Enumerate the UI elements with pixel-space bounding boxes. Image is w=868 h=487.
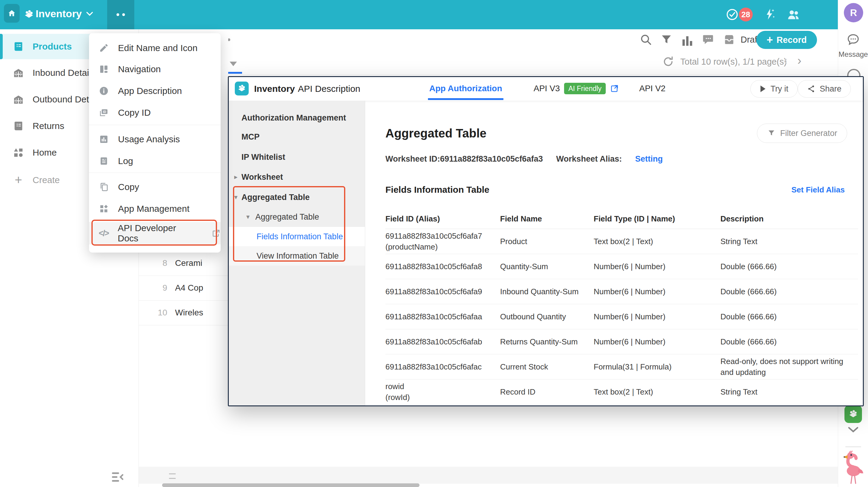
tab-api-v2[interactable]: API V2 (639, 77, 665, 100)
field-id: 6911a882f83a10c05cf6afaa (385, 311, 493, 322)
sidebar-item-label: Returns (33, 121, 64, 131)
app-title[interactable]: Inventory (36, 8, 93, 20)
info-icon (98, 86, 110, 96)
set-field-alias-link[interactable]: Set Field Alias (791, 185, 845, 195)
message-button[interactable]: Message (838, 33, 868, 59)
home-icon (7, 9, 16, 18)
task-check-icon[interactable] (725, 8, 739, 21)
view-tab-caret-icon[interactable] (230, 62, 237, 66)
rail-divider (845, 447, 861, 447)
field-description: String Text (720, 386, 858, 397)
horizontal-scrollbar[interactable] (162, 483, 420, 487)
menu-divider (89, 125, 221, 125)
summary-icon[interactable] (169, 474, 176, 479)
app-logo-icon (23, 8, 35, 21)
nav-aggregated-table[interactable]: ▾ Aggregated Table (229, 190, 365, 205)
copy-icon (98, 182, 110, 192)
nav-mcp[interactable]: MCP (229, 129, 365, 145)
nav-ip-whitelist[interactable]: IP Whitelist (229, 149, 365, 165)
funnel-icon (767, 129, 776, 138)
worksheet-alias-label: Worksheet Alias: (556, 154, 622, 164)
field-id: 6911a882f83a10c05cf6afac (385, 361, 493, 372)
table-row: 6911a882f83a10c05cf6afa8 Quantity-Sum Nu… (385, 254, 858, 279)
row-count-label: Total 10 row(s), 1/1 page(s) (680, 57, 787, 67)
prev-page-button[interactable]: ‹ (783, 54, 787, 66)
nav-fields-information-table[interactable]: Fields Information Table (229, 227, 365, 246)
collapse-sidebar-icon[interactable] (111, 471, 124, 483)
table-row: 6911a882f83a10c05cf6afa9 Inbound Quantit… (385, 279, 858, 304)
tree-expanded-icon: ▾ (234, 193, 238, 201)
field-id: 6911a882f83a10c05cf6afa9 (385, 286, 493, 297)
share-button[interactable]: Share (798, 80, 851, 97)
refresh-icon[interactable] (662, 56, 674, 68)
field-description: Double (666.66) (720, 261, 858, 272)
field-name: Record ID (500, 387, 594, 397)
nav-view-information-table[interactable]: View Information Table (229, 246, 365, 265)
modal-title: InventoryAPI Description (254, 84, 360, 94)
table-row[interactable]: 9 A4 Cop (139, 276, 228, 300)
menu-item-edit-name-icon[interactable]: Edit Name and Icon (89, 37, 221, 59)
field-type: Text box(2 | Text) (594, 387, 720, 397)
menu-item-copy[interactable]: Copy (89, 176, 221, 198)
plus-icon: + (13, 174, 24, 187)
members-icon[interactable] (786, 8, 800, 22)
menu-item-navigation[interactable]: Navigation (89, 59, 221, 80)
try-it-label: Try it (771, 84, 788, 94)
avatar[interactable]: R (844, 3, 863, 22)
table-row: rowid(rowId) Record ID Text box(2 | Text… (385, 379, 858, 404)
home-button[interactable] (4, 4, 20, 23)
drafts-icon (722, 33, 736, 46)
field-description: Double (666.66) (720, 336, 858, 347)
share-icon (807, 85, 815, 93)
app-more-button[interactable] (107, 0, 134, 29)
add-record-button[interactable]: + Record (756, 31, 817, 49)
layout-icon (98, 64, 110, 74)
modal-header: InventoryAPI Description App Authorizati… (229, 77, 863, 101)
filter-icon[interactable] (660, 33, 673, 46)
try-it-button[interactable]: Try it (750, 80, 798, 97)
api-docs-modal: InventoryAPI Description App Authorizati… (228, 76, 864, 406)
menu-item-app-description[interactable]: App Description (89, 80, 221, 102)
message-label: Message (838, 50, 868, 59)
add-record-label: Record (777, 35, 807, 45)
nav-authorization-management[interactable]: Authorization Management (229, 110, 365, 126)
notification-badge[interactable]: 28 (739, 7, 753, 22)
menu-item-label: App Description (118, 86, 182, 96)
filter-generator-button[interactable]: Filter Generator (757, 123, 847, 143)
row-number: 8 (139, 258, 175, 268)
nav-worksheet[interactable]: ▸ Worksheet (229, 169, 365, 185)
field-id: 6911a882f83a10c05cf6afab (385, 336, 493, 347)
menu-item-log[interactable]: Log (89, 150, 221, 172)
field-name: Quantity-Sum (500, 262, 594, 271)
bar-chart-icon (98, 134, 110, 144)
share-label: Share (820, 84, 841, 94)
flamingo-mascot[interactable] (840, 451, 866, 485)
menu-item-api-developer-docs[interactable]: </> API Developer Docs (89, 222, 221, 245)
message-bubble-icon (846, 33, 860, 47)
discussion-icon[interactable] (702, 33, 715, 46)
column-header: Field ID (Alias) (385, 213, 500, 224)
menu-divider (89, 172, 221, 173)
table-row[interactable]: 10 Wireles (139, 300, 228, 325)
field-description: Double (666.66) (720, 286, 858, 297)
statistics-icon[interactable] (681, 34, 693, 47)
menu-item-label: Usage Analysis (118, 134, 180, 144)
alias-setting-link[interactable]: Setting (635, 154, 663, 164)
section-title: Fields Information Table (385, 184, 489, 195)
search-icon[interactable] (639, 33, 652, 46)
nav-aggregated-table-sub[interactable]: ▾ Aggregated Table (229, 209, 365, 225)
field-type: Number(6 | Number) (594, 262, 720, 271)
menu-item-usage-analysis[interactable]: Usage Analysis (89, 129, 221, 150)
collapse-chevron-icon[interactable] (847, 426, 859, 433)
ai-sparkle-icon[interactable] (763, 7, 776, 21)
menu-item-copy-id[interactable]: ID Copy ID (89, 102, 221, 123)
tab-api-v3[interactable]: API V3 AI Friendly (534, 77, 619, 100)
menu-item-label: Copy (118, 182, 139, 192)
app-shortcut-icon[interactable] (844, 405, 862, 423)
active-tab-underline (428, 98, 503, 100)
field-description: Read-only, does not support writing and … (720, 356, 858, 378)
tab-app-authorization[interactable]: App Authorization (427, 77, 505, 100)
table-row[interactable]: 8 Cerami (139, 251, 228, 276)
menu-item-app-management[interactable]: App Management (89, 198, 221, 219)
next-page-button[interactable]: › (797, 54, 801, 66)
